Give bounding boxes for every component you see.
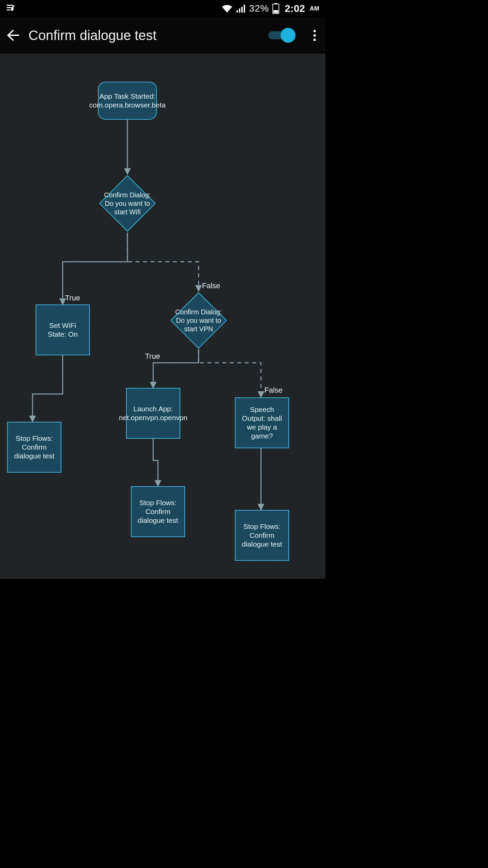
node-label: Set WiFi State: On — [40, 321, 86, 339]
node-launch-app[interactable]: Launch App: net.openvpn.openvpn — [126, 388, 180, 439]
node-label: App Task Started: com.opera.browser.beta — [89, 92, 165, 110]
clock-time: 2:02 — [285, 3, 305, 14]
app-bar: Confirm dialogue test — [0, 17, 325, 54]
cell-signal-icon — [236, 4, 246, 13]
node-label: Stop Flows: Confirm dialogue test — [11, 434, 57, 461]
svg-rect-0 — [7, 5, 13, 6]
svg-rect-3 — [237, 10, 238, 13]
node-label: Confirm Dialog: Do you want to start VPN — [171, 308, 226, 333]
edge-label-false: False — [264, 386, 283, 395]
svg-rect-2 — [7, 9, 10, 11]
node-label: Stop Flows: Confirm dialogue test — [135, 498, 181, 525]
battery-percent: 32% — [249, 3, 269, 14]
edge-label-true: True — [65, 294, 80, 302]
node-set-wifi-on[interactable]: Set WiFi State: On — [36, 304, 90, 355]
status-bar: 32% 2:02 AM — [0, 0, 325, 17]
node-stop-flows-2[interactable]: Stop Flows: Confirm dialogue test — [131, 486, 185, 537]
node-confirm-dialog-vpn[interactable]: Confirm Dialog: Do you want to start VPN — [169, 291, 228, 350]
edge-label-true: True — [145, 352, 160, 361]
wifi-icon — [221, 4, 233, 13]
node-speech-output[interactable]: Speech Output: shall we play a game? — [235, 397, 289, 448]
flow-enabled-toggle[interactable] — [268, 28, 296, 43]
node-label: Confirm Dialog: Do you want to start Wif… — [100, 191, 155, 216]
node-stop-flows-3[interactable]: Stop Flows: Confirm dialogue test — [235, 510, 289, 561]
back-arrow-icon[interactable] — [5, 27, 21, 43]
music-playlist-icon — [6, 3, 16, 14]
edge-label-false: False — [202, 281, 220, 290]
svg-rect-6 — [244, 5, 245, 13]
node-label: Launch App: net.openvpn.openvpn — [119, 405, 187, 422]
node-label: Speech Output: shall we play a game? — [239, 405, 285, 441]
battery-icon — [272, 3, 279, 14]
node-start-event[interactable]: App Task Started: com.opera.browser.beta — [98, 82, 157, 120]
clock-ampm: AM — [310, 5, 319, 12]
flow-canvas[interactable]: App Task Started: com.opera.browser.beta… — [0, 54, 325, 579]
node-confirm-dialog-wifi[interactable]: Confirm Dialog: Do you want to start Wif… — [98, 174, 157, 233]
overflow-menu-icon[interactable] — [308, 27, 321, 43]
node-label: Stop Flows: Confirm dialogue test — [239, 522, 285, 549]
svg-rect-1 — [7, 7, 13, 8]
svg-rect-9 — [273, 10, 278, 13]
svg-rect-4 — [239, 8, 240, 13]
page-title: Confirm dialogue test — [28, 28, 261, 43]
svg-rect-5 — [241, 7, 243, 13]
node-stop-flows-1[interactable]: Stop Flows: Confirm dialogue test — [7, 422, 61, 473]
